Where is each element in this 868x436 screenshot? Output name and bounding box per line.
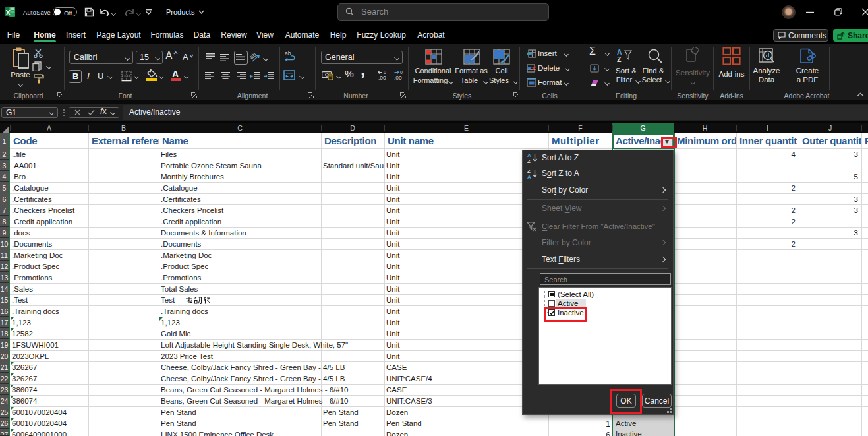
svg-text:ab: ab <box>285 51 291 57</box>
svg-text:X: X <box>6 9 11 16</box>
svg-text:Z: Z <box>527 158 531 164</box>
svg-text:ab: ab <box>250 52 258 61</box>
svg-text:Z: Z <box>617 55 622 63</box>
svg-text:A: A <box>527 174 531 179</box>
